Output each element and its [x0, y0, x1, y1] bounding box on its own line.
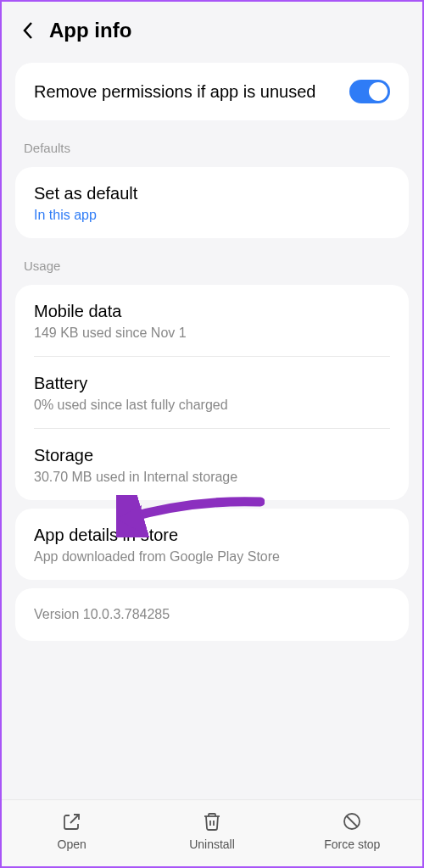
usage-card: Mobile data 149 KB used since Nov 1 Batt… — [15, 285, 409, 500]
battery-row[interactable]: Battery 0% used since last fully charged — [15, 357, 409, 428]
defaults-section-header: Defaults — [2, 129, 422, 159]
storage-row[interactable]: Storage 30.70 MB used in Internal storag… — [15, 429, 409, 500]
forbidden-icon — [341, 810, 363, 832]
trash-icon — [201, 810, 223, 832]
set-default-label: Set as default — [34, 182, 137, 204]
page-title: App info — [49, 19, 131, 42]
svg-line-3 — [347, 816, 358, 827]
battery-sub: 0% used since last fully charged — [34, 398, 228, 413]
force-stop-label: Force stop — [324, 837, 380, 851]
battery-label: Battery — [34, 372, 87, 394]
storage-sub: 30.70 MB used in Internal storage — [34, 470, 237, 485]
usage-section-header: Usage — [2, 247, 422, 276]
remove-permissions-row[interactable]: Remove permissions if app is unused — [15, 63, 409, 120]
set-default-row[interactable]: Set as default In this app — [15, 167, 409, 238]
bottombar: Open Uninstall Force stop — [2, 799, 422, 866]
header: App info — [2, 2, 422, 54]
open-label: Open — [58, 837, 86, 851]
version-text: Version 10.0.3.784285 — [34, 607, 390, 622]
uninstall-label: Uninstall — [189, 837, 235, 851]
defaults-card: Set as default In this app — [15, 167, 409, 238]
remove-permissions-label: Remove permissions if app is unused — [34, 81, 315, 103]
mobile-data-sub: 149 KB used since Nov 1 — [34, 326, 187, 341]
mobile-data-label: Mobile data — [34, 300, 121, 322]
remove-permissions-toggle[interactable] — [349, 80, 390, 103]
app-details-sub: App downloaded from Google Play Store — [34, 549, 280, 565]
force-stop-button[interactable]: Force stop — [282, 810, 422, 851]
uninstall-button[interactable]: Uninstall — [142, 810, 282, 851]
open-button[interactable]: Open — [2, 810, 142, 851]
set-default-sub: In this app — [34, 208, 97, 223]
open-icon — [61, 810, 83, 832]
mobile-data-row[interactable]: Mobile data 149 KB used since Nov 1 — [15, 285, 409, 356]
app-details-label: App details in store — [34, 524, 178, 546]
store-card: App details in store App downloaded from… — [15, 509, 409, 580]
permissions-card: Remove permissions if app is unused — [15, 63, 409, 120]
storage-label: Storage — [34, 444, 93, 466]
back-icon[interactable] — [19, 21, 37, 40]
version-card: Version 10.0.3.784285 — [15, 588, 409, 641]
app-details-row[interactable]: App details in store App downloaded from… — [15, 509, 409, 580]
